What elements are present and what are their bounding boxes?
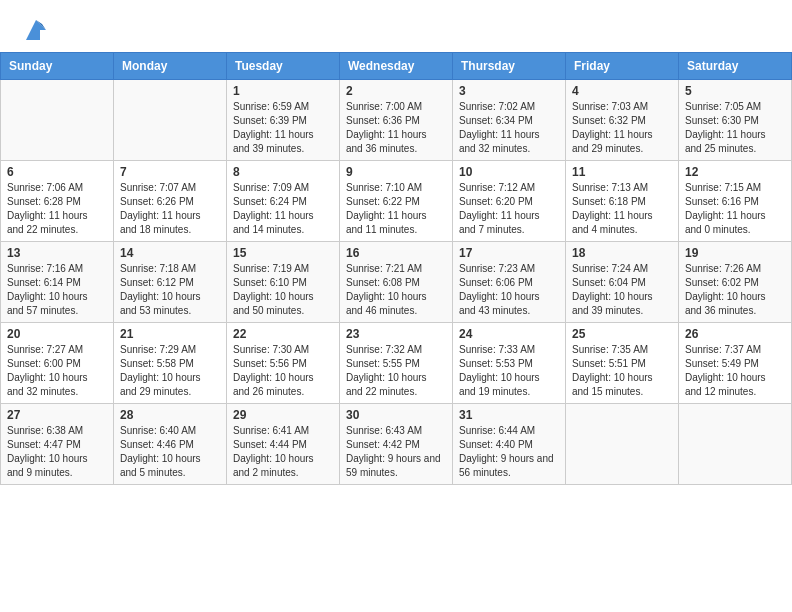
- calendar-week-row: 1Sunrise: 6:59 AMSunset: 6:39 PMDaylight…: [1, 80, 792, 161]
- calendar-cell: 29Sunrise: 6:41 AMSunset: 4:44 PMDayligh…: [227, 404, 340, 485]
- calendar-cell: 11Sunrise: 7:13 AMSunset: 6:18 PMDayligh…: [566, 161, 679, 242]
- calendar-cell: 23Sunrise: 7:32 AMSunset: 5:55 PMDayligh…: [340, 323, 453, 404]
- day-number: 27: [7, 408, 107, 422]
- day-detail: Sunrise: 6:41 AMSunset: 4:44 PMDaylight:…: [233, 424, 333, 480]
- calendar-body: 1Sunrise: 6:59 AMSunset: 6:39 PMDaylight…: [1, 80, 792, 485]
- day-number: 15: [233, 246, 333, 260]
- calendar-cell: 5Sunrise: 7:05 AMSunset: 6:30 PMDaylight…: [679, 80, 792, 161]
- calendar-cell: 8Sunrise: 7:09 AMSunset: 6:24 PMDaylight…: [227, 161, 340, 242]
- day-number: 11: [572, 165, 672, 179]
- calendar-week-row: 20Sunrise: 7:27 AMSunset: 6:00 PMDayligh…: [1, 323, 792, 404]
- day-number: 20: [7, 327, 107, 341]
- calendar-cell: 25Sunrise: 7:35 AMSunset: 5:51 PMDayligh…: [566, 323, 679, 404]
- calendar-cell: 2Sunrise: 7:00 AMSunset: 6:36 PMDaylight…: [340, 80, 453, 161]
- day-number: 26: [685, 327, 785, 341]
- day-number: 17: [459, 246, 559, 260]
- day-header-tuesday: Tuesday: [227, 53, 340, 80]
- day-number: 3: [459, 84, 559, 98]
- day-detail: Sunrise: 7:06 AMSunset: 6:28 PMDaylight:…: [7, 181, 107, 237]
- day-number: 4: [572, 84, 672, 98]
- day-detail: Sunrise: 6:43 AMSunset: 4:42 PMDaylight:…: [346, 424, 446, 480]
- calendar-cell: 12Sunrise: 7:15 AMSunset: 6:16 PMDayligh…: [679, 161, 792, 242]
- calendar-cell: 7Sunrise: 7:07 AMSunset: 6:26 PMDaylight…: [114, 161, 227, 242]
- calendar-week-row: 13Sunrise: 7:16 AMSunset: 6:14 PMDayligh…: [1, 242, 792, 323]
- day-number: 8: [233, 165, 333, 179]
- calendar-cell: [1, 80, 114, 161]
- day-detail: Sunrise: 7:18 AMSunset: 6:12 PMDaylight:…: [120, 262, 220, 318]
- day-detail: Sunrise: 7:32 AMSunset: 5:55 PMDaylight:…: [346, 343, 446, 399]
- logo-icon: [22, 16, 50, 44]
- day-number: 24: [459, 327, 559, 341]
- day-number: 25: [572, 327, 672, 341]
- day-number: 31: [459, 408, 559, 422]
- day-detail: Sunrise: 7:37 AMSunset: 5:49 PMDaylight:…: [685, 343, 785, 399]
- day-detail: Sunrise: 7:23 AMSunset: 6:06 PMDaylight:…: [459, 262, 559, 318]
- calendar-cell: 3Sunrise: 7:02 AMSunset: 6:34 PMDaylight…: [453, 80, 566, 161]
- calendar-cell: 10Sunrise: 7:12 AMSunset: 6:20 PMDayligh…: [453, 161, 566, 242]
- calendar-cell: 9Sunrise: 7:10 AMSunset: 6:22 PMDaylight…: [340, 161, 453, 242]
- calendar-week-row: 27Sunrise: 6:38 AMSunset: 4:47 PMDayligh…: [1, 404, 792, 485]
- calendar-week-row: 6Sunrise: 7:06 AMSunset: 6:28 PMDaylight…: [1, 161, 792, 242]
- day-detail: Sunrise: 7:03 AMSunset: 6:32 PMDaylight:…: [572, 100, 672, 156]
- day-detail: Sunrise: 7:21 AMSunset: 6:08 PMDaylight:…: [346, 262, 446, 318]
- day-detail: Sunrise: 7:26 AMSunset: 6:02 PMDaylight:…: [685, 262, 785, 318]
- calendar-cell: 14Sunrise: 7:18 AMSunset: 6:12 PMDayligh…: [114, 242, 227, 323]
- day-header-sunday: Sunday: [1, 53, 114, 80]
- calendar-cell: 24Sunrise: 7:33 AMSunset: 5:53 PMDayligh…: [453, 323, 566, 404]
- day-number: 1: [233, 84, 333, 98]
- day-detail: Sunrise: 7:02 AMSunset: 6:34 PMDaylight:…: [459, 100, 559, 156]
- calendar-cell: 15Sunrise: 7:19 AMSunset: 6:10 PMDayligh…: [227, 242, 340, 323]
- day-number: 18: [572, 246, 672, 260]
- calendar-cell: 16Sunrise: 7:21 AMSunset: 6:08 PMDayligh…: [340, 242, 453, 323]
- day-detail: Sunrise: 7:16 AMSunset: 6:14 PMDaylight:…: [7, 262, 107, 318]
- day-detail: Sunrise: 7:12 AMSunset: 6:20 PMDaylight:…: [459, 181, 559, 237]
- day-header-saturday: Saturday: [679, 53, 792, 80]
- day-number: 19: [685, 246, 785, 260]
- day-number: 30: [346, 408, 446, 422]
- day-detail: Sunrise: 7:07 AMSunset: 6:26 PMDaylight:…: [120, 181, 220, 237]
- calendar-cell: [679, 404, 792, 485]
- calendar-cell: [566, 404, 679, 485]
- calendar-cell: 30Sunrise: 6:43 AMSunset: 4:42 PMDayligh…: [340, 404, 453, 485]
- day-number: 5: [685, 84, 785, 98]
- day-detail: Sunrise: 7:24 AMSunset: 6:04 PMDaylight:…: [572, 262, 672, 318]
- day-number: 2: [346, 84, 446, 98]
- day-detail: Sunrise: 7:15 AMSunset: 6:16 PMDaylight:…: [685, 181, 785, 237]
- page-header: [0, 0, 792, 52]
- day-header-thursday: Thursday: [453, 53, 566, 80]
- day-number: 13: [7, 246, 107, 260]
- calendar-table: SundayMondayTuesdayWednesdayThursdayFrid…: [0, 52, 792, 485]
- day-header-friday: Friday: [566, 53, 679, 80]
- calendar-cell: 19Sunrise: 7:26 AMSunset: 6:02 PMDayligh…: [679, 242, 792, 323]
- calendar-cell: 17Sunrise: 7:23 AMSunset: 6:06 PMDayligh…: [453, 242, 566, 323]
- day-detail: Sunrise: 7:30 AMSunset: 5:56 PMDaylight:…: [233, 343, 333, 399]
- day-detail: Sunrise: 7:00 AMSunset: 6:36 PMDaylight:…: [346, 100, 446, 156]
- day-header-monday: Monday: [114, 53, 227, 80]
- day-detail: Sunrise: 7:13 AMSunset: 6:18 PMDaylight:…: [572, 181, 672, 237]
- calendar-cell: [114, 80, 227, 161]
- day-detail: Sunrise: 6:59 AMSunset: 6:39 PMDaylight:…: [233, 100, 333, 156]
- day-detail: Sunrise: 7:10 AMSunset: 6:22 PMDaylight:…: [346, 181, 446, 237]
- day-detail: Sunrise: 6:38 AMSunset: 4:47 PMDaylight:…: [7, 424, 107, 480]
- calendar-cell: 26Sunrise: 7:37 AMSunset: 5:49 PMDayligh…: [679, 323, 792, 404]
- calendar-cell: 1Sunrise: 6:59 AMSunset: 6:39 PMDaylight…: [227, 80, 340, 161]
- day-detail: Sunrise: 6:44 AMSunset: 4:40 PMDaylight:…: [459, 424, 559, 480]
- calendar-cell: 22Sunrise: 7:30 AMSunset: 5:56 PMDayligh…: [227, 323, 340, 404]
- day-detail: Sunrise: 7:05 AMSunset: 6:30 PMDaylight:…: [685, 100, 785, 156]
- calendar-cell: 27Sunrise: 6:38 AMSunset: 4:47 PMDayligh…: [1, 404, 114, 485]
- day-number: 12: [685, 165, 785, 179]
- day-number: 23: [346, 327, 446, 341]
- calendar-cell: 13Sunrise: 7:16 AMSunset: 6:14 PMDayligh…: [1, 242, 114, 323]
- day-number: 14: [120, 246, 220, 260]
- day-number: 10: [459, 165, 559, 179]
- calendar-cell: 6Sunrise: 7:06 AMSunset: 6:28 PMDaylight…: [1, 161, 114, 242]
- day-number: 9: [346, 165, 446, 179]
- day-detail: Sunrise: 7:27 AMSunset: 6:00 PMDaylight:…: [7, 343, 107, 399]
- day-detail: Sunrise: 7:19 AMSunset: 6:10 PMDaylight:…: [233, 262, 333, 318]
- day-number: 16: [346, 246, 446, 260]
- day-number: 7: [120, 165, 220, 179]
- calendar-cell: 18Sunrise: 7:24 AMSunset: 6:04 PMDayligh…: [566, 242, 679, 323]
- day-number: 28: [120, 408, 220, 422]
- calendar-cell: 31Sunrise: 6:44 AMSunset: 4:40 PMDayligh…: [453, 404, 566, 485]
- calendar-cell: 28Sunrise: 6:40 AMSunset: 4:46 PMDayligh…: [114, 404, 227, 485]
